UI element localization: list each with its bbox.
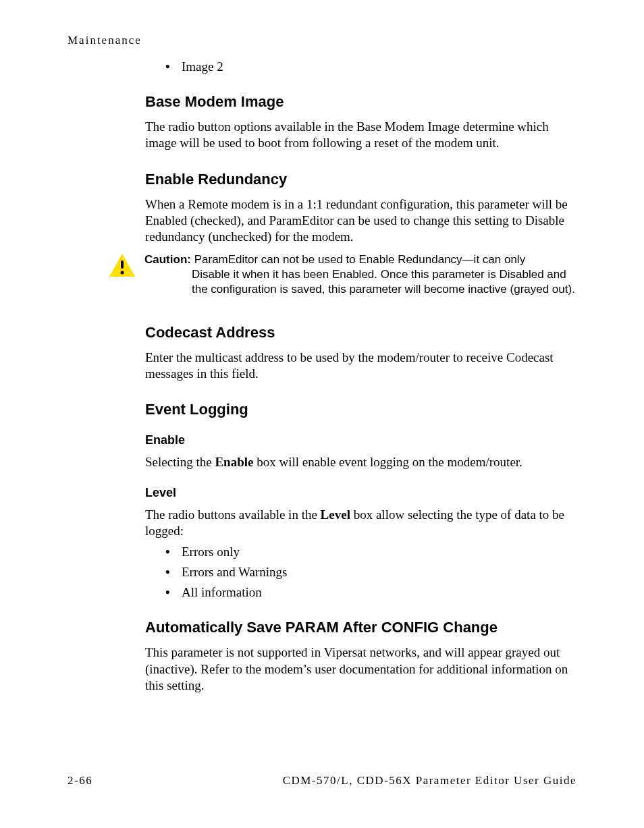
text-fragment: The radio buttons available in the xyxy=(145,507,321,522)
caution-line1: ParamEditor can not be used to Enable Re… xyxy=(194,253,525,266)
footer: 2-66 CDM-570/L, CDD-56X Parameter Editor… xyxy=(68,774,576,788)
list-item: • Errors only xyxy=(145,545,576,559)
bullet-icon: • xyxy=(165,565,182,580)
heading-enable-redundancy: Enable Redundancy xyxy=(145,171,576,188)
text-fragment: Selecting the xyxy=(145,455,215,469)
caution-rest: Disable it when it has been Enabled. Onc… xyxy=(144,267,576,297)
top-bullet-list: • Image 2 xyxy=(145,59,576,74)
doc-title: CDM-570/L, CDD-56X Parameter Editor User… xyxy=(283,774,576,788)
bullet-text: Image 2 xyxy=(182,59,223,74)
svg-point-2 xyxy=(121,271,124,274)
heading-base-modem-image: Base Modem Image xyxy=(145,93,576,111)
caution-text: Caution: ParamEditor can not be used to … xyxy=(144,252,576,297)
bullet-text: All information xyxy=(182,585,262,600)
bullet-text: Errors only xyxy=(182,545,240,559)
paragraph: When a Remote modem is in a 1:1 redundan… xyxy=(145,196,576,246)
caution-icon xyxy=(108,252,136,278)
list-item: • Image 2 xyxy=(145,59,576,74)
paragraph-level: The radio buttons available in the Level… xyxy=(145,507,576,540)
heading-event-logging: Event Logging xyxy=(145,401,576,418)
text-bold: Level xyxy=(321,507,350,522)
level-bullet-list: • Errors only • Errors and Warnings • Al… xyxy=(145,545,576,600)
bullet-icon: • xyxy=(165,59,182,74)
running-header: Maintenance xyxy=(68,34,576,47)
list-item: • Errors and Warnings xyxy=(145,565,576,580)
paragraph: The radio button options available in th… xyxy=(145,119,576,152)
bullet-icon: • xyxy=(165,545,182,559)
main-content: • Image 2 Base Modem Image The radio but… xyxy=(145,59,576,694)
text-bold: Enable xyxy=(215,455,253,469)
bullet-icon: • xyxy=(165,585,182,600)
caution-label: Caution: xyxy=(144,253,191,266)
heading-level: Level xyxy=(145,486,576,500)
text-fragment: box will enable event logging on the mod… xyxy=(253,455,522,469)
paragraph: Enter the multicast address to be used b… xyxy=(145,350,576,383)
svg-rect-1 xyxy=(121,260,124,269)
heading-enable: Enable xyxy=(145,433,576,447)
list-item: • All information xyxy=(145,585,576,600)
caution-block: Caution: ParamEditor can not be used to … xyxy=(108,252,576,297)
page-number: 2-66 xyxy=(68,774,92,788)
paragraph: This parameter is not supported in Viper… xyxy=(145,644,576,694)
bullet-text: Errors and Warnings xyxy=(182,565,287,580)
heading-codecast-address: Codecast Address xyxy=(145,324,576,341)
heading-auto-save: Automatically Save PARAM After CONFIG Ch… xyxy=(145,619,576,636)
paragraph-enable: Selecting the Enable box will enable eve… xyxy=(145,454,576,470)
